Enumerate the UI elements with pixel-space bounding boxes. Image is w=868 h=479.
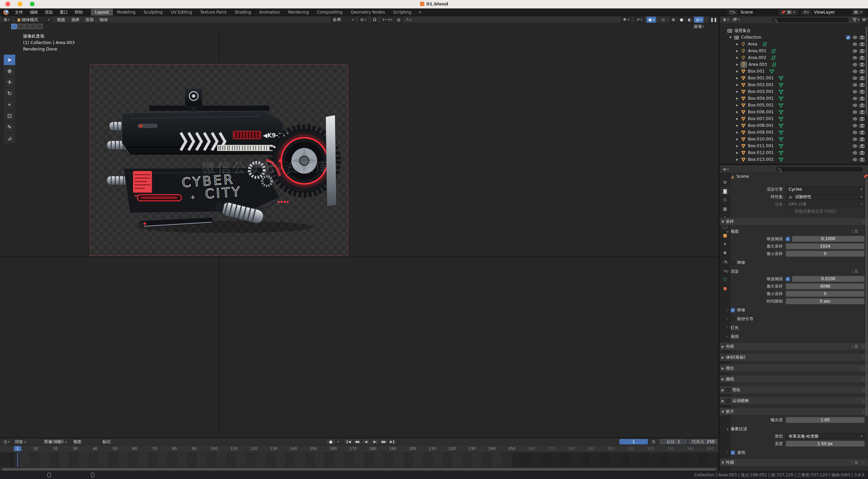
field-value-渲染引擎[interactable]: Cycles▾ — [786, 186, 865, 192]
field-value-最大采样[interactable]: 4096 — [786, 283, 865, 289]
properties-tab-output[interactable]: ⎙ — [720, 196, 730, 204]
workspace-tab-sculpting[interactable]: Sculpting — [139, 9, 167, 16]
panel-运动模糊[interactable]: ▶运动模糊░ — [720, 397, 868, 405]
viewlayer-name[interactable]: ViewLayer — [811, 9, 852, 15]
outliner-row[interactable]: ▶Box:002.001 — [720, 81, 868, 88]
outliner-row[interactable]: ▶Box:005.001 — [720, 102, 868, 109]
expander-icon[interactable]: ▼ — [729, 36, 734, 39]
annotate-tool[interactable]: ✎ — [3, 121, 16, 133]
object-name[interactable]: 场景集合 — [734, 28, 751, 34]
expander-icon[interactable]: ▶ — [736, 97, 741, 100]
workspace-tab-geometry-nodes[interactable]: Geometry Nodes — [347, 9, 389, 16]
expander-icon[interactable]: ▶ — [736, 124, 741, 127]
hide-eye-icon[interactable] — [852, 82, 857, 88]
object-name[interactable]: Box:002.001 — [748, 82, 774, 87]
jump-start-button[interactable]: ❙◀ — [345, 439, 352, 444]
pin-id-icon[interactable]: 📌 — [863, 174, 868, 179]
use-preview-range-icon[interactable]: ◷ — [650, 439, 657, 445]
viewport-menu-物体[interactable]: 物体 — [97, 17, 111, 23]
field-row-宽度[interactable]: 宽度1.50 px — [731, 440, 868, 447]
hide-eye-icon[interactable] — [852, 103, 857, 108]
frame-start-field[interactable]: 起始1 — [659, 439, 687, 444]
properties-tab-object-data[interactable]: ▽ — [720, 275, 730, 283]
xray-toggle[interactable]: ⧉ — [660, 17, 667, 23]
disable-render-camera-icon[interactable] — [860, 35, 865, 40]
properties-tab-modifiers[interactable]: ✦ — [720, 240, 730, 248]
panel-光程[interactable]: ▶光程⋮☰░ — [720, 342, 868, 350]
field-value-最小采样[interactable]: 0 — [786, 251, 865, 257]
object-name[interactable]: Box:005.001 — [748, 103, 774, 108]
properties-scrollbar[interactable] — [866, 179, 867, 416]
hide-eye-icon[interactable] — [852, 42, 857, 47]
rotate-tool[interactable]: ↻ — [3, 88, 16, 99]
checkbox[interactable] — [788, 209, 793, 214]
presets-icon[interactable]: ⋮☰ — [851, 229, 858, 234]
object-name[interactable]: Box:004.001 — [748, 96, 774, 101]
disable-render-camera-icon[interactable] — [860, 76, 865, 81]
hide-eye-icon[interactable] — [852, 89, 857, 94]
select-mode-2[interactable] — [24, 24, 30, 29]
remove-viewlayer-icon[interactable]: ✕ — [859, 10, 864, 15]
subpanel-降噪[interactable]: ＞降噪 — [725, 259, 868, 266]
object-name[interactable]: Area — [748, 42, 757, 46]
field-row-噪波阈值[interactable]: 噪波阈值✓0.0100 — [731, 275, 868, 283]
pause-render-button[interactable]: ❚❚ — [708, 17, 719, 23]
field-value-曝光度[interactable]: 1.00 — [786, 417, 865, 423]
hide-eye-icon[interactable] — [852, 130, 857, 135]
subpanel-灯光[interactable]: ＞灯光 — [725, 324, 868, 331]
subpanel-高级[interactable]: ＞高级 — [725, 333, 868, 340]
subpanel-checkbox[interactable]: ✓ — [731, 308, 735, 312]
workspace-tab-compositing[interactable]: Compositing — [313, 9, 347, 16]
hide-eye-icon[interactable] — [852, 76, 857, 81]
new-collection-button[interactable]: ⊞⁺ — [860, 17, 868, 23]
new-scene-button[interactable]: ⧉ — [787, 10, 792, 14]
disable-render-camera-icon[interactable] — [860, 96, 865, 101]
object-name[interactable]: Area.002 — [748, 55, 766, 60]
hide-eye-icon[interactable] — [852, 69, 857, 74]
hide-eye-icon[interactable] — [852, 143, 857, 149]
field-row-渲染引擎[interactable]: 渲染引擎Cycles▾ — [731, 186, 868, 193]
properties-editor-type-button[interactable]: ≡▾ — [721, 166, 731, 172]
hide-eye-icon[interactable] — [852, 116, 857, 121]
field-value-特性集[interactable]: ⚠试验特性▾ — [786, 194, 865, 200]
hide-eye-icon[interactable] — [852, 35, 857, 40]
transform-orientation-dropdown[interactable]: 全局▾ — [331, 17, 356, 23]
hide-eye-icon[interactable] — [852, 157, 857, 162]
field-row-类型[interactable]: 类型布莱克曼-哈里斯▾ — [731, 433, 868, 440]
breadcrumb-scene[interactable]: Scene — [736, 174, 749, 179]
snap-magnet-icon[interactable]: Ω — [371, 17, 378, 23]
field-row-最小采样[interactable]: 最小采样0 — [731, 290, 868, 298]
outliner-row[interactable]: ▶Box.001 — [720, 68, 868, 75]
blender-logo-icon[interactable] — [3, 9, 9, 15]
panel-grip-icon[interactable]: ░ — [863, 220, 865, 223]
subpanel-渲染[interactable]: ∨渲染⋮☰ — [725, 268, 868, 275]
timeline-menu-视图[interactable]: 视图 — [71, 439, 84, 445]
shading-rendered-button[interactable]: ◎▾ — [694, 17, 703, 23]
outliner-search-input[interactable] — [772, 17, 849, 23]
timeline-menu-回放[interactable]: 回放 ▾ — [12, 439, 28, 445]
expander-icon[interactable]: ▶ — [736, 70, 741, 73]
field-value-类型[interactable]: 布莱克曼-哈里斯▾ — [786, 433, 865, 439]
field-row-最大采样[interactable]: 最大采样4096 — [731, 283, 868, 290]
disable-render-camera-icon[interactable] — [860, 110, 865, 115]
panel-grip-icon[interactable]: ░ — [863, 366, 865, 370]
shading-wireframe-button[interactable]: ⊕ — [670, 17, 677, 23]
workspace-tab-scripting[interactable]: Scripting — [389, 9, 415, 16]
properties-tab-render[interactable]: ◙ — [720, 187, 730, 195]
object-name[interactable]: Box:013.001 — [748, 157, 774, 162]
subpanel-checkbox[interactable] — [731, 317, 735, 321]
gizmos-dropdown[interactable]: ↗▾ — [634, 17, 644, 23]
jump-end-button[interactable]: ▶❙ — [389, 439, 396, 444]
object-name[interactable]: Box.001 — [748, 69, 765, 74]
outliner-editor-type-button[interactable]: ≣▾ — [721, 17, 731, 23]
properties-tab-tool[interactable]: ⚙ — [720, 178, 730, 186]
object-name[interactable]: Box:001.001 — [748, 76, 774, 80]
disable-render-camera-icon[interactable] — [860, 82, 865, 88]
move-tool[interactable]: ✛ — [3, 77, 16, 88]
workspace-tab-layout[interactable]: Layout — [91, 9, 113, 16]
play-button[interactable]: ▶ — [371, 439, 379, 444]
object-name[interactable]: Area.001 — [748, 49, 766, 53]
field-value-最小采样[interactable]: 0 — [786, 291, 865, 297]
viewport-menu-选择[interactable]: 选择 — [69, 17, 82, 23]
disable-render-camera-icon[interactable] — [860, 143, 865, 149]
